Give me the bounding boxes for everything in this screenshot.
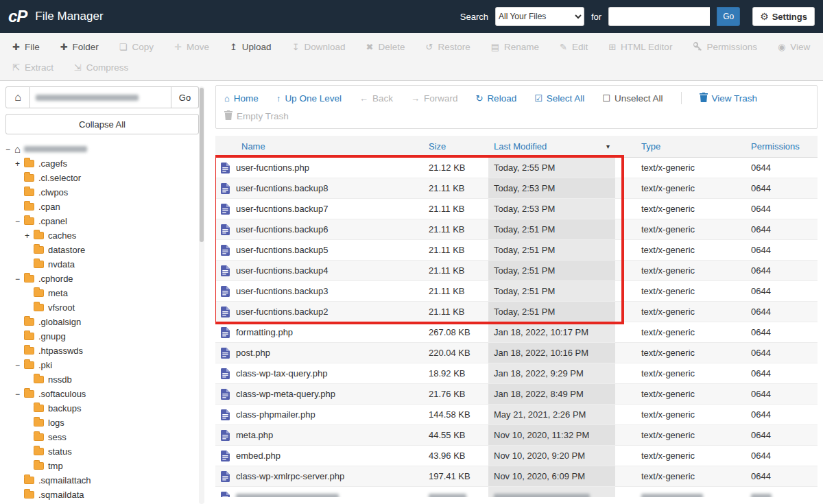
topbar: cP File Manager Search All Your Files fo… [0,0,823,33]
filenav-view-trash-link[interactable]: View Trash [700,93,758,104]
tree-item-gnupg[interactable]: .gnupg [5,329,199,344]
filenav-unselect-all-link[interactable]: ☐Unselect All [602,93,663,104]
toolbar-compress-button[interactable]: ⇲Compress [74,62,128,73]
tree-item-clwpos[interactable]: .clwpos [5,185,199,200]
filenav-reload-link[interactable]: ↻Reload [475,93,516,104]
table-row-partial[interactable] [215,487,818,498]
table-row[interactable]: user-fucntions.backup321.11 KBToday, 2:5… [215,281,818,302]
tree-item-meta[interactable]: meta [5,286,199,300]
tree-item-pki[interactable]: −.pki [5,358,199,372]
search-go-button[interactable]: Go [717,7,740,26]
table-row[interactable]: class-wp-xmlrpc-server.php197.41 KBNov 1… [215,466,818,487]
tree-item-globalsign[interactable]: .globalsign [5,315,199,329]
sidebar-scrollbar-thumb[interactable] [200,88,204,242]
collapse-icon[interactable]: − [15,217,24,226]
toolbar-move-button[interactable]: ✛Move [174,42,209,52]
column-header-size[interactable]: Size [423,136,488,158]
table-row[interactable]: user-fucntions.backup421.11 KBToday, 2:5… [215,261,818,281]
download-icon: ↧ [292,43,300,51]
toolbar-row-1: ✚File✚Folder❏Copy✛Move↥Upload↧Download✖D… [12,36,823,57]
expand-icon[interactable]: + [25,231,34,241]
toolbar-copy-button[interactable]: ❏Copy [119,42,154,52]
collapse-icon[interactable]: − [15,389,24,399]
folder-icon [34,433,44,441]
toolbar-view-button[interactable]: ◉View [778,42,810,52]
settings-label: Settings [772,12,807,22]
table-row[interactable]: class-wp-meta-query.php21.76 KBJan 18, 2… [215,384,818,405]
table-row[interactable]: user-fucntions.backup521.11 KBToday, 2:5… [215,240,818,261]
search-scope-select[interactable]: All Your Files [495,7,584,26]
expand-icon[interactable]: + [15,159,24,169]
column-header-name[interactable]: Name [215,136,423,158]
filenav-empty-trash-link[interactable]: Empty Trash [224,110,289,121]
tree-item-softaculous[interactable]: −.softaculous [5,387,199,401]
table-row[interactable]: user-fucntions.backup721.11 KBToday, 2:5… [215,199,818,219]
column-header-permissions[interactable]: Permissions [746,136,818,158]
toolbar-restore-button[interactable]: ↺Restore [426,42,470,52]
tree-item-vfsroot[interactable]: vfsroot [5,300,199,315]
file-size-cell: 43.96 KB [423,446,488,466]
filenav-forward-link[interactable]: →Forward [411,93,458,104]
tree-item-datastore[interactable]: datastore [5,243,199,257]
toolbar-permissions-button[interactable]: Permissions [693,42,757,52]
column-header-type[interactable]: Type [615,136,746,158]
table-row[interactable]: class-phpmailer.php144.58 KBMay 21, 2021… [215,405,818,425]
tree-item-status[interactable]: status [5,444,199,459]
filenav-back-link[interactable]: ←Back [359,93,393,104]
tree-item-cagefs[interactable]: +.cagefs [5,156,199,171]
last-modified-cell: Today, 2:53 PM [488,199,615,219]
collapse-icon[interactable]: − [5,145,14,154]
tree-item-label: .htpasswds [38,346,83,356]
file-size-cell: 220.04 KB [423,343,488,363]
collapse-icon[interactable]: − [15,274,24,284]
tree-item-htpasswds[interactable]: .htpasswds [5,344,199,358]
filenav-select-all-link[interactable]: ☑Select All [534,93,584,104]
table-row[interactable]: user-fucntions.php21.12 KBToday, 2:55 PM… [215,158,818,178]
settings-button[interactable]: ⚙ Settings [752,7,815,26]
tree-item-sess[interactable]: sess [5,430,199,444]
sidebar-scrollbar[interactable] [199,86,204,504]
folder-icon [34,246,44,254]
tree-item-sqmailattach[interactable]: .sqmailattach [5,473,199,488]
tree-item-cpan[interactable]: .cpan [5,200,199,214]
tree-item-cl-selector[interactable]: .cl.selector [5,171,199,185]
tree-item-root-home[interactable]: −⌂ [5,142,199,156]
filenav-home-link[interactable]: ⌂Home [224,93,259,104]
tree-item-nvdata[interactable]: nvdata [5,257,199,272]
toolbar-html-editor-button[interactable]: ⊞HTML Editor [608,42,672,52]
toolbar-item-label: Folder [73,42,99,52]
toolbar-delete-button[interactable]: ✖Delete [366,42,405,52]
collapse-icon[interactable]: − [15,361,24,370]
tree-item-caches[interactable]: +caches [5,228,199,243]
toolbar-rename-button[interactable]: ▤Rename [491,42,539,52]
tree-item-cphorde[interactable]: −.cphorde [5,272,199,286]
file-type-cell: text/x-generic [615,199,746,219]
collapse-all-button[interactable]: Collapse All [5,114,199,134]
tree-item-logs[interactable]: logs [5,416,199,430]
tree-item-cpanel[interactable]: −.cpanel [5,214,199,228]
path-input[interactable] [30,86,171,108]
toolbar-edit-button[interactable]: ✎Edit [560,42,588,52]
toolbar-upload-button[interactable]: ↥Upload [230,42,272,52]
toolbar-extract-button[interactable]: ⇱Extract [12,62,53,73]
search-input[interactable] [608,7,710,26]
table-row[interactable]: class-wp-tax-query.php18.92 KBJan 18, 20… [215,363,818,384]
tree-item-tmp[interactable]: tmp [5,459,199,473]
table-row[interactable]: embed.php43.96 KBNov 10, 2020, 9:20 PMte… [215,446,818,466]
table-row[interactable]: user-fucntions.backup621.11 KBToday, 2:5… [215,219,818,240]
table-row[interactable]: post.php220.04 KBJan 18, 2022, 10:16 PMt… [215,343,818,363]
table-row[interactable]: meta.php44.55 KBNov 10, 2020, 11:32 PMte… [215,425,818,446]
sidebar-home-button[interactable]: ⌂ [5,86,30,108]
path-go-button[interactable]: Go [171,86,199,108]
toolbar-file-button[interactable]: ✚File [12,42,40,52]
filenav-up-one-level-link[interactable]: ↑Up One Level [276,93,342,104]
tree-item-nssdb[interactable]: nssdb [5,372,199,387]
table-row[interactable]: user-fucntions.backup221.11 KBToday, 2:5… [215,302,818,322]
toolbar-download-button[interactable]: ↧Download [292,42,346,52]
table-row[interactable]: formatting.php267.08 KBJan 18, 2022, 10:… [215,322,818,343]
tree-item-sqmaildata[interactable]: .sqmaildata [5,488,199,502]
table-row[interactable]: user-fucntions.backup821.11 KBToday, 2:5… [215,178,818,199]
tree-item-backups[interactable]: backups [5,401,199,416]
toolbar-folder-button[interactable]: ✚Folder [60,42,99,52]
column-header-last-modified[interactable]: Last Modified ▾ [488,136,615,158]
